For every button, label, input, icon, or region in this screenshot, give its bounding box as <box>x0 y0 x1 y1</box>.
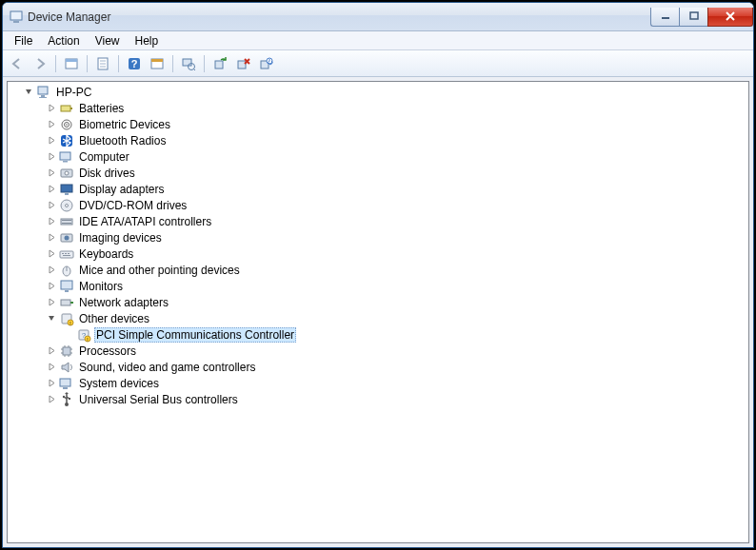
tree-category[interactable]: Mice and other pointing devices <box>27 262 748 278</box>
expand-icon[interactable] <box>46 135 57 147</box>
tree-category[interactable]: Processors <box>27 343 748 359</box>
disable-button[interactable] <box>255 53 276 74</box>
tree-root[interactable]: HP-PC <box>10 84 748 100</box>
update-driver-button[interactable] <box>209 53 230 74</box>
tree-category[interactable]: Display adapters <box>27 181 748 197</box>
maximize-button[interactable] <box>679 8 707 27</box>
titlebar[interactable]: Device Manager <box>3 3 753 31</box>
svg-rect-45 <box>65 253 67 254</box>
tree-category-label: Batteries <box>77 102 126 115</box>
unknown-icon: ?! <box>76 327 91 343</box>
svg-rect-50 <box>61 281 72 289</box>
tree-category[interactable]: System devices <box>27 375 748 391</box>
svg-rect-71 <box>63 387 68 389</box>
svg-rect-30 <box>60 152 70 160</box>
mouse-icon <box>59 263 74 278</box>
help-button[interactable]: ? <box>124 53 145 74</box>
scan-button[interactable] <box>178 53 199 74</box>
svg-point-33 <box>65 171 69 175</box>
uninstall-button[interactable] <box>232 53 253 74</box>
expand-icon[interactable] <box>46 345 57 357</box>
forward-button[interactable] <box>30 53 50 74</box>
tree-category-label: Bluetooth Radios <box>77 134 168 147</box>
tree-category-label: Other devices <box>77 312 151 325</box>
svg-rect-24 <box>61 106 70 111</box>
menu-help[interactable]: Help <box>128 32 167 49</box>
svg-rect-52 <box>61 300 70 305</box>
tree-category[interactable]: DVD/CD-ROM drives <box>27 197 748 213</box>
expand-icon[interactable] <box>46 394 57 405</box>
expand-icon[interactable] <box>46 265 57 276</box>
content-area: HP-PCBatteriesBiometric DevicesBluetooth… <box>3 77 753 547</box>
display-icon <box>59 182 74 197</box>
tree-category[interactable]: Biometric Devices <box>27 116 748 132</box>
svg-rect-43 <box>60 251 73 258</box>
expand-icon[interactable] <box>46 151 57 163</box>
tree-category[interactable]: !Other devices <box>27 310 748 326</box>
window: Device Manager File Action View Help ? H… <box>2 2 754 548</box>
tree-device[interactable]: ?!PCI Simple Communications Controller <box>44 326 748 343</box>
expand-icon[interactable] <box>46 232 57 244</box>
tree-category[interactable]: Keyboards <box>27 246 748 262</box>
tree-category[interactable]: IDE ATA/ATAPI controllers <box>27 213 748 229</box>
tree-category[interactable]: Sound, video and game controllers <box>27 359 748 375</box>
expand-icon[interactable] <box>46 281 57 292</box>
properties-button[interactable] <box>92 53 113 74</box>
svg-rect-31 <box>63 161 68 163</box>
expand-icon[interactable] <box>46 119 57 130</box>
tree-category[interactable]: Monitors <box>27 278 748 294</box>
collapse-icon[interactable] <box>46 313 57 324</box>
processor-icon <box>59 344 74 359</box>
tree-category[interactable]: Batteries <box>27 100 748 116</box>
computer-icon <box>59 149 74 165</box>
biometric-icon <box>59 117 74 132</box>
expand-icon[interactable] <box>46 362 57 373</box>
ide-icon <box>59 214 74 229</box>
collapse-icon[interactable] <box>23 87 34 98</box>
tree-category-label: IDE ATA/ATAPI controllers <box>77 215 213 228</box>
svg-rect-46 <box>68 253 70 254</box>
expand-icon[interactable] <box>46 378 57 389</box>
show-hide-button[interactable] <box>61 53 82 74</box>
sound-icon <box>59 360 74 375</box>
dvd-icon <box>59 198 74 213</box>
tree-category[interactable]: Imaging devices <box>27 229 748 246</box>
tree-category-label: Computer <box>77 150 131 164</box>
svg-rect-53 <box>70 302 73 304</box>
tree-category[interactable]: Universal Serial Bus controllers <box>27 391 748 407</box>
svg-rect-25 <box>70 108 72 109</box>
toolbar: ? <box>3 50 753 77</box>
minimize-button[interactable] <box>650 8 679 27</box>
expand-icon[interactable] <box>46 184 57 195</box>
imaging-icon <box>59 230 74 246</box>
tree-category[interactable]: Bluetooth Radios <box>27 132 748 148</box>
expand-icon[interactable] <box>46 297 57 308</box>
menu-action[interactable]: Action <box>40 32 87 49</box>
tree-category-label: Network adapters <box>77 296 170 309</box>
window-title: Device Manager <box>28 10 110 24</box>
expand-icon[interactable] <box>46 167 57 179</box>
action-button[interactable] <box>147 53 168 74</box>
menu-file[interactable]: File <box>7 32 40 49</box>
tree-category[interactable]: Computer <box>27 148 748 165</box>
tree-category-label: Monitors <box>77 280 125 293</box>
menu-view[interactable]: View <box>88 32 128 49</box>
svg-rect-17 <box>215 61 223 69</box>
svg-rect-14 <box>183 59 191 66</box>
expand-icon[interactable] <box>46 200 57 211</box>
svg-rect-1 <box>13 21 19 23</box>
svg-rect-13 <box>151 59 163 62</box>
back-button[interactable] <box>7 53 28 74</box>
device-tree[interactable]: HP-PCBatteriesBiometric DevicesBluetooth… <box>7 81 749 543</box>
expand-icon[interactable] <box>46 216 57 227</box>
svg-rect-61 <box>63 347 70 355</box>
svg-point-28 <box>66 124 68 126</box>
tree-category-label: DVD/CD-ROM drives <box>77 199 189 212</box>
svg-rect-44 <box>62 253 64 254</box>
close-button[interactable] <box>707 8 753 27</box>
tree-category[interactable]: Disk drives <box>27 165 748 181</box>
tree-category[interactable]: Network adapters <box>27 294 748 310</box>
expand-icon[interactable] <box>46 248 57 260</box>
expand-icon[interactable] <box>46 103 57 114</box>
monitor-icon <box>59 279 74 294</box>
